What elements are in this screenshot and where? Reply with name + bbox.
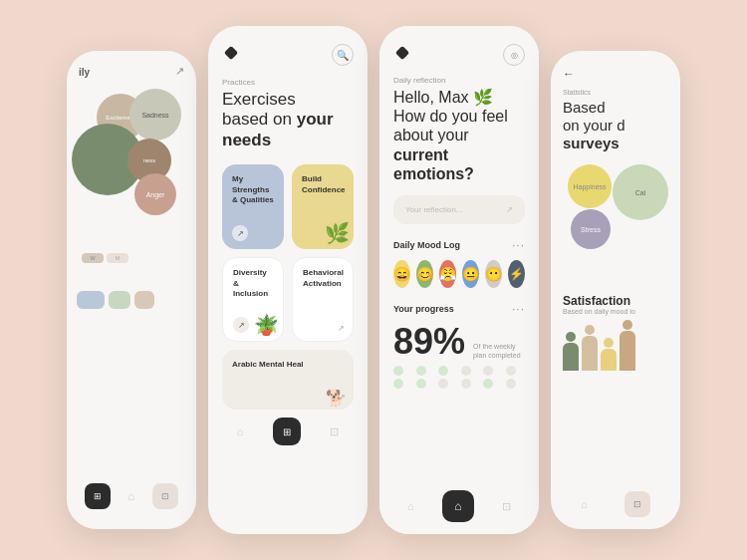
svg-rect-1: [395, 46, 409, 60]
phone4-bottom-nav: ⌂ ⊡: [563, 491, 668, 517]
send-icon[interactable]: ↗: [506, 205, 513, 214]
anger-bubble: Anger: [134, 173, 176, 215]
card-strengths[interactable]: My Strengths & Qualities ↗: [222, 164, 284, 249]
cards-grid: My Strengths & Qualities ↗ Build Confide…: [222, 164, 354, 342]
stats-bubbles: Happiness Cal Stress: [563, 164, 668, 284]
nav4-icon2[interactable]: ⊡: [624, 491, 650, 517]
progress-section: Your progress ··· 89% Of the weekly plan…: [393, 302, 525, 389]
nav3-home-active[interactable]: ⌂: [442, 490, 474, 522]
satisfaction-title: Satisfaction: [563, 294, 668, 308]
green-pill: [109, 291, 130, 309]
person1-head: [566, 332, 576, 342]
pill-row: W M: [82, 253, 128, 263]
card-arabic-arrow[interactable]: ↗: [339, 393, 346, 402]
happiness-bubble: Happiness: [568, 164, 612, 208]
person-4: [620, 320, 635, 371]
nav2-dots[interactable]: ⊡: [330, 425, 339, 438]
nav3-icon1[interactable]: ⌂: [407, 500, 414, 512]
person3-body: [601, 349, 617, 371]
progress-menu[interactable]: ···: [512, 302, 525, 316]
pot-illustration: 🪴: [254, 313, 279, 337]
blue-pill: [77, 291, 105, 309]
card-arabic-title: Arabic Mental Heal: [232, 360, 344, 370]
card-strengths-title: My Strengths & Qualities: [232, 174, 274, 205]
person3-head: [604, 338, 614, 348]
mood-log-label: Daily Mood Log: [393, 240, 460, 250]
color-pills: [77, 291, 186, 309]
nav2-home[interactable]: ⌂: [237, 425, 244, 437]
card-behavioral-title: Behavioral Activation: [303, 268, 343, 289]
m-pill: M: [107, 253, 128, 263]
calm-label: Cal: [635, 189, 646, 196]
card-strengths-arrow[interactable]: ↗: [232, 225, 248, 241]
person-2: [582, 325, 598, 371]
tan-pill: [134, 291, 154, 309]
phone2-header: 🔍: [222, 44, 354, 66]
card-arabic[interactable]: Arabic Mental Heal 🐕 ↗: [222, 350, 354, 410]
mood-expressionless[interactable]: 😶: [485, 260, 502, 288]
prog-dot-1: [393, 366, 403, 376]
mood-section-header: Daily Mood Log ···: [393, 238, 525, 252]
phone2-label: Practices: [222, 78, 354, 87]
mood-angry[interactable]: 😤: [439, 260, 456, 288]
mood-zap[interactable]: ⚡: [508, 260, 525, 288]
phone4-label: Statistics: [563, 89, 668, 96]
prog-dot-3: [438, 366, 448, 376]
mood-happy[interactable]: 😄: [393, 260, 410, 288]
phone1-bottom-nav: ⊞ ⌂ ⊡: [77, 483, 186, 509]
phone3-label: Daily reflection: [393, 76, 525, 85]
phone-1: ily ↗ Excitement Sadness ness Anger W M: [67, 51, 196, 529]
plant-illustration: 🌿: [325, 221, 350, 245]
mood-emojis-row: 😄 😊 😤 😐 😶 ⚡: [393, 260, 525, 288]
phone-3: ◎ Daily reflection Hello, Max 🌿 How do y…: [379, 26, 539, 534]
phone2-bottom-nav: ⌂ ⊞ ⊡: [222, 418, 354, 445]
target-button[interactable]: ◎: [503, 44, 525, 66]
phone2-title: Exercisesbased on yourneeds: [222, 90, 354, 150]
phone1-title: ily: [77, 67, 186, 78]
mood-menu[interactable]: ···: [512, 238, 525, 252]
progress-dots: [393, 366, 525, 389]
prog-dot-5: [483, 366, 493, 376]
sadness-bubble: Sadness: [129, 89, 181, 140]
progress-desc: Of the weekly plan completed: [473, 342, 525, 360]
card-confidence-arrow[interactable]: ↗: [339, 232, 346, 241]
card-behavioral-arrow[interactable]: ↗: [338, 324, 345, 333]
w-pill: W: [82, 253, 104, 263]
back-button[interactable]: ←: [563, 67, 668, 81]
person2-body: [582, 336, 598, 371]
person4-body: [620, 331, 635, 371]
prog-dot-10: [461, 379, 471, 389]
nav-grid-icon[interactable]: ⊞: [85, 483, 111, 509]
card-confidence-title: Build Confidence: [302, 174, 344, 195]
search-button[interactable]: 🔍: [332, 44, 354, 66]
card-diversity[interactable]: Diversity & Inclusion 🪴 ↗: [222, 257, 284, 342]
greeting-text: Hello, Max 🌿: [393, 89, 493, 106]
mood-neutral[interactable]: 😐: [462, 260, 479, 288]
people-illustration: [563, 321, 668, 371]
prog-dot-4: [461, 366, 471, 376]
card-behavioral[interactable]: Behavioral Activation ↗: [292, 257, 354, 342]
stress-label: Stress: [581, 226, 601, 233]
person-1: [563, 332, 579, 371]
calm-bubble: Cal: [613, 164, 668, 220]
nav3-icon2[interactable]: ⊡: [502, 500, 511, 513]
stress-bubble-stat: Stress: [571, 209, 611, 249]
card-diversity-arrow[interactable]: ↗: [233, 317, 249, 333]
mood-smile[interactable]: 😊: [416, 260, 433, 288]
bubbles-area: Excitement Sadness ness Anger W M: [77, 84, 186, 283]
nav4-icon1[interactable]: ⌂: [581, 498, 588, 510]
reflection-input[interactable]: Your reflection... ↗: [393, 195, 525, 224]
reflection-placeholder: Your reflection...: [405, 205, 463, 214]
card-confidence[interactable]: Build Confidence 🌿 ↗: [292, 164, 354, 249]
prog-dot-11: [483, 379, 493, 389]
happiness-label: Happiness: [573, 183, 606, 190]
prog-dot-9: [438, 379, 448, 389]
diamond-logo: [222, 44, 240, 66]
nav-grid2-icon[interactable]: ⊡: [152, 483, 178, 509]
progress-value: 89%: [393, 324, 465, 360]
phones-container: ily ↗ Excitement Sadness ness Anger W M: [0, 0, 747, 560]
phone3-header: ◎: [393, 44, 525, 66]
nav2-grid[interactable]: ⊞: [273, 418, 301, 445]
progress-row: 89% Of the weekly plan completed: [393, 324, 525, 360]
nav-home-icon[interactable]: ⌂: [127, 489, 134, 503]
